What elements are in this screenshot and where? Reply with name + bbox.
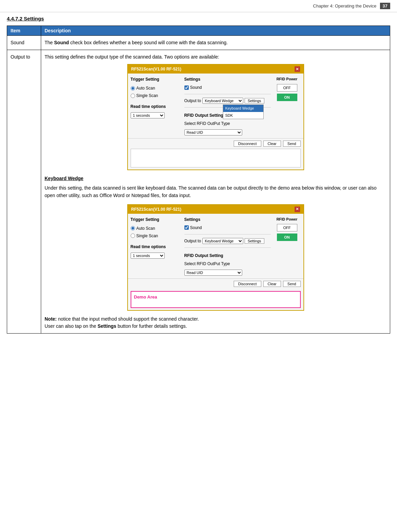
d2-rfid-section-title: RFID Output Setting — [184, 253, 271, 259]
col2-header: Description — [41, 26, 390, 36]
d2-settings-button[interactable]: Settings — [245, 238, 264, 244]
d2-rfid-type-select[interactable]: Read UID — [184, 270, 242, 276]
sound-checkbox[interactable] — [184, 85, 189, 90]
section-heading: 4.4.7.2 Settings — [7, 16, 390, 21]
send-button[interactable]: Send — [283, 141, 301, 147]
desc-output: This setting defines the output type of … — [41, 50, 390, 334]
rf-dialog-2: RF521Scan(V1.00 RF-521) ✕ Trigger Settin… — [127, 204, 304, 311]
rf-dialog-1: RF521Scan(V1.00 RF-521) ✕ Trigger Settin… — [127, 64, 304, 170]
desc-bold: Sound — [54, 40, 69, 45]
dialog1-buttons: Disconnect Clear Send — [128, 138, 303, 149]
d2-output-label: Output to — [184, 238, 201, 244]
desc-suffix: check box defines whether a beep sound w… — [69, 40, 228, 45]
sound-label: Sound — [190, 84, 202, 91]
demo-area[interactable]: Demo Area — [131, 291, 301, 308]
d2-rfid-select-label: Select RFID OutPut Type — [184, 261, 271, 267]
dialog1-text-area — [131, 149, 301, 167]
output-row: Output to Keyboard Wedge SDK Keyboard We… — [184, 98, 271, 104]
dialog2-left: Trigger Setting Auto Scan Single Scan Re… — [131, 216, 182, 276]
main-table: Item Description Sound The Sound check b… — [7, 26, 390, 334]
note-settings-bold: Settings — [98, 323, 116, 329]
d2-rfid-on-button[interactable]: ON — [277, 233, 297, 241]
rfid-on-button[interactable]: ON — [277, 94, 297, 101]
settings-title: Settings — [184, 76, 271, 82]
rfid-off-button[interactable]: OFF — [277, 84, 297, 92]
demo-area-label: Demo Area — [134, 294, 157, 300]
clear-button[interactable]: Clear — [263, 141, 281, 147]
settings-button[interactable]: Settings — [245, 98, 264, 103]
d2-output-select[interactable]: Keyboard Wedge SDK — [202, 238, 243, 244]
note-suffix: button for further details settings. — [116, 323, 187, 329]
dialog1-body: Trigger Setting Auto Scan Single Scan Re… — [128, 74, 303, 138]
d2-output-row: Output to Keyboard Wedge SDK Settings — [184, 238, 271, 244]
d2-sound-checkbox[interactable] — [184, 225, 189, 230]
output-label: Output to — [184, 98, 201, 104]
col1-header: Item — [7, 26, 41, 36]
d2-rfid-off-button[interactable]: OFF — [277, 224, 297, 231]
dialog2-center: Settings Sound Output to Keyboard Wedge — [184, 216, 271, 276]
d2-send-button[interactable]: Send — [283, 281, 301, 287]
dialog2-buttons: Disconnect Clear Send — [128, 278, 303, 289]
trigger-setting-label: Trigger Setting — [131, 76, 182, 82]
disconnect-button[interactable]: Disconnect — [234, 141, 261, 147]
dialog1-close-button[interactable]: ✕ — [295, 66, 300, 72]
item-sound: Sound — [7, 36, 41, 50]
output-dropdown-open: Keyboard Wedge SDK — [223, 104, 264, 119]
d2-read-time-label: Read time options — [131, 244, 182, 250]
rfid-power-label: RFID Power — [277, 76, 298, 82]
d2-auto-scan-radio[interactable]: Auto Scan — [131, 225, 182, 231]
page-header: Chapter 4: Operating the Device 37 — [0, 0, 397, 12]
desc-intro: This setting defines the output type of … — [45, 53, 386, 61]
rfid-type-select[interactable]: Read UID — [184, 129, 242, 135]
table-row: Sound The Sound check box defines whethe… — [7, 36, 390, 50]
dropdown-item-sdk[interactable]: SDK — [223, 112, 263, 119]
dialog1-left: Trigger Setting Auto Scan Single Scan Re… — [131, 76, 182, 135]
dialog1-title-text: RF521Scan(V1.00 RF-521) — [131, 66, 181, 72]
radio-group: Auto Scan Single Scan — [131, 85, 182, 99]
d2-radio-group: Auto Scan Single Scan — [131, 225, 182, 239]
rfid-select-label: Select RFID OutPut Type — [184, 120, 271, 127]
dialog2-close-button[interactable]: ✕ — [295, 207, 300, 212]
d2-disconnect-button[interactable]: Disconnect — [234, 281, 261, 287]
desc-sound: The Sound check box defines whether a be… — [41, 36, 390, 50]
note-line: Note: notice that the input method shoul… — [45, 316, 386, 330]
kw-heading: Keyboard Wedge — [45, 175, 386, 182]
desc-prefix: The — [45, 40, 54, 45]
single-scan-radio[interactable]: Single Scan — [131, 93, 182, 99]
sound-checkbox-row: Sound — [184, 84, 271, 91]
dialog2-body: Trigger Setting Auto Scan Single Scan Re… — [128, 214, 303, 278]
note-label: Note: — [45, 316, 57, 322]
dropdown-item-kw[interactable]: Keyboard Wedge — [223, 105, 263, 112]
d2-read-time-select[interactable]: 1 seconds — [131, 253, 165, 259]
auto-scan-radio[interactable]: Auto Scan — [131, 85, 182, 91]
dialog2-right: RFID Power OFF ON — [274, 216, 301, 276]
d2-rfid-power-label: RFID Power — [277, 216, 298, 222]
d2-trigger-setting-label: Trigger Setting — [131, 216, 182, 223]
table-row: Output to This setting defines the outpu… — [7, 50, 390, 334]
dialog2-title-text: RF521Scan(V1.00 RF-521) — [131, 206, 181, 212]
d2-settings-title: Settings — [184, 216, 271, 223]
dialog1-title: RF521Scan(V1.00 RF-521) ✕ — [128, 65, 303, 74]
dialog1-right: RFID Power OFF ON — [274, 76, 301, 135]
d2-sound-label: Sound — [190, 225, 202, 231]
dialog2-title: RF521Scan(V1.00 RF-521) ✕ — [128, 205, 303, 214]
d2-clear-button[interactable]: Clear — [263, 281, 281, 287]
d2-single-scan-radio[interactable]: Single Scan — [131, 233, 182, 239]
kw-desc: Under this setting, the data scanned is … — [45, 184, 386, 199]
page-number: 37 — [380, 3, 390, 9]
read-time-select[interactable]: 1 seconds — [131, 112, 165, 118]
chapter-text: Chapter 4: Operating the Device — [313, 3, 376, 9]
output-select[interactable]: Keyboard Wedge SDK — [202, 98, 243, 104]
d2-sound-checkbox-row: Sound — [184, 225, 271, 231]
read-time-label: Read time options — [131, 103, 182, 110]
item-output: Output to — [7, 50, 41, 334]
dialog1-center: Settings Sound Output to Keyboard W — [184, 76, 271, 135]
